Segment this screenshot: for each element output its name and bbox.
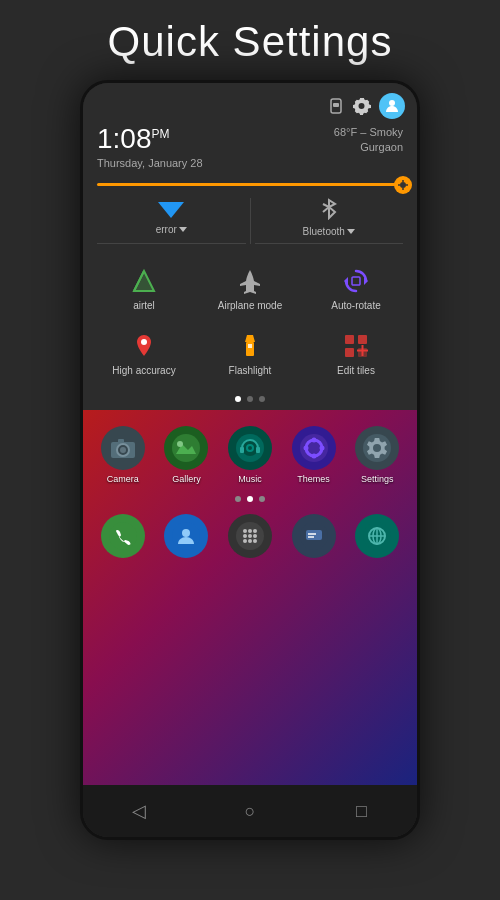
svg-rect-21 xyxy=(345,348,354,357)
svg-point-42 xyxy=(319,446,324,451)
tile-location[interactable]: High accuracy xyxy=(93,323,195,384)
music-app-label: Music xyxy=(238,474,262,484)
camera-app-label: Camera xyxy=(107,474,139,484)
svg-rect-18 xyxy=(248,344,252,348)
settings-app-label: Settings xyxy=(361,474,394,484)
back-button[interactable]: ◁ xyxy=(119,797,159,825)
svg-rect-36 xyxy=(256,447,260,453)
brightness-thumb[interactable] xyxy=(394,176,412,194)
airplane-label: Airplane mode xyxy=(218,300,282,311)
autorotate-icon xyxy=(341,266,371,296)
app-phone[interactable] xyxy=(91,508,155,564)
tile-flashlight[interactable]: Flashlight xyxy=(199,323,301,384)
bluetooth-icon xyxy=(320,198,338,220)
tile-airplane[interactable]: Airplane mode xyxy=(199,258,301,319)
svg-point-3 xyxy=(400,182,406,188)
svg-point-34 xyxy=(248,446,252,450)
app-dot-2 xyxy=(247,496,253,502)
time-weather-row: 1:08PM Thursday, January 28 68°F – Smoky… xyxy=(83,123,417,177)
flashlight-label: Flashlight xyxy=(229,365,272,376)
tiles-grid: airtel Airplane mode xyxy=(83,250,417,392)
page-title: Quick Settings xyxy=(108,18,393,66)
browser-app-icon xyxy=(355,514,399,558)
svg-point-49 xyxy=(248,529,252,533)
svg-point-39 xyxy=(311,438,316,443)
airplane-icon xyxy=(235,266,265,296)
qs-dot-2 xyxy=(247,396,253,402)
qs-page-dots xyxy=(83,392,417,410)
tile-autorotate[interactable]: Auto-rotate xyxy=(305,258,407,319)
svg-point-48 xyxy=(243,529,247,533)
themes-app-icon xyxy=(292,426,336,470)
settings-app-icon xyxy=(355,426,399,470)
weather-display: 68°F – SmokyGurgaon xyxy=(334,125,403,156)
app-dot-3 xyxy=(259,496,265,502)
phone-screen: 1:08PM Thursday, January 28 68°F – Smoky… xyxy=(83,83,417,837)
gallery-app-label: Gallery xyxy=(172,474,201,484)
home-button[interactable]: ○ xyxy=(230,797,270,825)
svg-rect-19 xyxy=(345,335,354,344)
autorotate-label: Auto-rotate xyxy=(331,300,380,311)
contacts-app-icon xyxy=(164,514,208,558)
brightness-track[interactable] xyxy=(97,183,403,186)
avatar-icon[interactable] xyxy=(379,93,405,119)
qs-dot-3 xyxy=(259,396,265,402)
location-label: High accuracy xyxy=(112,365,175,376)
qs-dot-1 xyxy=(235,396,241,402)
edit-tiles-icon xyxy=(341,331,371,361)
wifi-toggle[interactable]: error xyxy=(97,198,246,244)
settings-gear-icon[interactable] xyxy=(353,97,371,115)
recents-button[interactable]: □ xyxy=(341,797,381,825)
phone-frame: 1:08PM Thursday, January 28 68°F – Smoky… xyxy=(80,80,420,840)
svg-marker-16 xyxy=(245,335,255,342)
brightness-slider-row[interactable] xyxy=(83,177,417,192)
edit-tiles-label: Edit tiles xyxy=(337,365,375,376)
app-camera[interactable]: Camera xyxy=(91,420,155,490)
svg-point-56 xyxy=(253,539,257,543)
flashlight-icon xyxy=(235,331,265,361)
svg-point-44 xyxy=(109,522,137,550)
sim-icon xyxy=(327,97,345,115)
app-settings[interactable]: Settings xyxy=(345,420,409,490)
svg-point-46 xyxy=(182,529,190,537)
svg-point-41 xyxy=(303,446,308,451)
wifi-label: error xyxy=(156,224,187,235)
svg-point-53 xyxy=(253,534,257,538)
svg-rect-35 xyxy=(240,447,244,453)
app-gallery[interactable]: Gallery xyxy=(155,420,219,490)
tile-edit[interactable]: Edit tiles xyxy=(305,323,407,384)
app-page-dots xyxy=(83,494,417,508)
svg-point-50 xyxy=(253,529,257,533)
svg-rect-14 xyxy=(352,277,360,285)
wifi-icon xyxy=(158,198,184,218)
svg-point-40 xyxy=(311,454,316,459)
bluetooth-label: Bluetooth xyxy=(303,226,355,237)
app-browser[interactable] xyxy=(345,508,409,564)
themes-app-label: Themes xyxy=(297,474,330,484)
date-display: Thursday, January 28 xyxy=(97,157,203,169)
phone-app-icon xyxy=(101,514,145,558)
app-messages[interactable] xyxy=(282,508,346,564)
music-app-icon xyxy=(228,426,272,470)
app-drawer[interactable] xyxy=(218,508,282,564)
airtel-icon xyxy=(129,266,159,296)
app-grid-row1: Camera Gallery xyxy=(83,410,417,494)
camera-app-icon xyxy=(101,426,145,470)
svg-rect-58 xyxy=(306,530,322,540)
svg-point-52 xyxy=(248,534,252,538)
messages-app-icon xyxy=(292,514,336,558)
app-contacts[interactable] xyxy=(155,508,219,564)
app-themes[interactable]: Themes xyxy=(282,420,346,490)
app-drawer-icon xyxy=(228,514,272,558)
gallery-app-icon xyxy=(164,426,208,470)
quick-settings-panel: 1:08PM Thursday, January 28 68°F – Smoky… xyxy=(83,83,417,410)
app-area: Camera Gallery xyxy=(83,410,417,785)
svg-point-54 xyxy=(243,539,247,543)
location-icon xyxy=(129,331,159,361)
app-music[interactable]: Music xyxy=(218,420,282,490)
svg-rect-1 xyxy=(333,103,339,107)
svg-point-30 xyxy=(177,441,183,447)
status-bar xyxy=(83,83,417,123)
bluetooth-toggle[interactable]: Bluetooth xyxy=(255,198,404,244)
tile-airtel[interactable]: airtel xyxy=(93,258,195,319)
